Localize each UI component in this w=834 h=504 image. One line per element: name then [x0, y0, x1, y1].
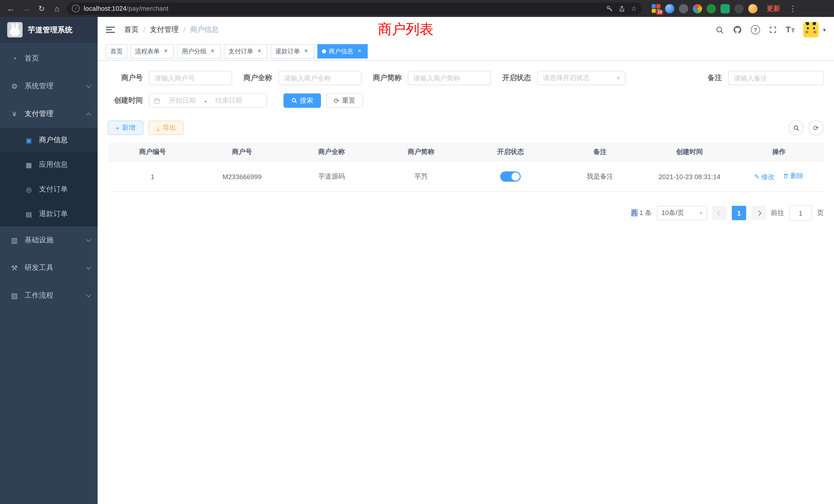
- cell-full-name: 芋道源码: [287, 161, 376, 192]
- help-icon[interactable]: ?: [751, 25, 760, 35]
- extension-green-square-icon[interactable]: [721, 4, 730, 13]
- search-button[interactable]: 搜索: [284, 93, 321, 108]
- full-name-input[interactable]: [278, 71, 361, 85]
- close-icon[interactable]: ×: [303, 48, 310, 55]
- password-key-icon[interactable]: [606, 5, 613, 12]
- tab-pay-order[interactable]: 支付订单 ×: [224, 44, 267, 59]
- status-toggle[interactable]: [500, 171, 521, 182]
- grid-icon: ▦: [25, 161, 33, 168]
- breadcrumb-current: 商户信息: [190, 25, 219, 35]
- reset-button[interactable]: ⟳ 重置: [326, 93, 363, 108]
- plus-icon: +: [115, 124, 119, 132]
- status-select[interactable]: 请选择开启状态 ▾: [537, 71, 626, 85]
- extension-green-icon[interactable]: [707, 4, 716, 13]
- page-size-select[interactable]: 10条/页 ▾: [657, 206, 707, 220]
- start-date-placeholder[interactable]: 开始日期: [163, 96, 201, 105]
- sidebar-toggle-icon[interactable]: [106, 25, 116, 35]
- reset-button-label: 重置: [342, 96, 355, 105]
- refresh-table-button[interactable]: ⟳: [808, 120, 824, 136]
- close-icon[interactable]: ×: [356, 48, 363, 55]
- end-date-placeholder[interactable]: 结束日期: [210, 96, 248, 105]
- close-icon[interactable]: ×: [162, 48, 170, 55]
- export-button[interactable]: ↓ 导出: [148, 121, 183, 135]
- page-number-button[interactable]: 1: [732, 206, 746, 220]
- cell-status: [466, 161, 555, 192]
- extension-blue-icon[interactable]: [665, 4, 674, 13]
- total-count: 1: [639, 209, 643, 216]
- chevron-down-icon: [86, 265, 91, 270]
- sidebar-item-home[interactable]: ◔ 首页: [0, 45, 97, 72]
- tab-user-group[interactable]: 用户分组 ×: [177, 44, 221, 59]
- extension-gray-icon[interactable]: [679, 4, 688, 13]
- extensions-icon[interactable]: 10: [651, 4, 660, 13]
- sidebar-item-refund-order[interactable]: ▤ 退款订单: [0, 202, 97, 226]
- extension-dark-icon[interactable]: [734, 4, 744, 13]
- browser-reload-icon[interactable]: ↻: [36, 0, 47, 17]
- tab-merchant-info[interactable]: 商户信息 ×: [317, 44, 368, 59]
- search-icon[interactable]: [716, 25, 724, 34]
- browser-home-icon[interactable]: ⌂: [51, 0, 63, 17]
- breadcrumb-payment[interactable]: 支付管理: [150, 25, 179, 35]
- col-merchant-no: 商户号: [197, 143, 287, 161]
- sidebar-item-workflow[interactable]: ▧ 工作流程: [0, 282, 97, 310]
- browser-update-button[interactable]: 更新: [767, 4, 780, 13]
- sidebar-item-pay-order[interactable]: ◎ 支付订单: [0, 177, 97, 202]
- sidebar-item-merchant-info[interactable]: ▣ 商户信息: [0, 128, 97, 153]
- col-remark: 备注: [555, 143, 645, 161]
- goto-page-input[interactable]: [789, 205, 812, 221]
- tab-home[interactable]: 首页: [106, 44, 127, 59]
- sidebar-item-app-info[interactable]: ▦ 应用信息: [0, 153, 97, 177]
- browser-forward-icon[interactable]: →: [21, 0, 32, 17]
- browser-menu-icon[interactable]: ⋮: [787, 0, 798, 17]
- filter-row-1: 商户号 商户全称 商户简称 开启状态 请选择开启状态: [108, 71, 824, 85]
- sidebar-item-dev-tools[interactable]: ⚒ 研发工具: [0, 254, 97, 282]
- extension-multicolor-icon[interactable]: [693, 4, 702, 13]
- sidebar-item-label: 基础设施: [25, 235, 81, 245]
- tab-refund-order[interactable]: 退款订单 ×: [271, 44, 314, 59]
- table-row: 1 M233666999 芋道源码 芋艿 我是备注 2021-10-23 08:…: [108, 161, 824, 192]
- next-page-button[interactable]: [751, 206, 766, 220]
- bookmark-star-icon[interactable]: ☆: [631, 5, 637, 12]
- browser-back-icon[interactable]: ←: [5, 0, 17, 17]
- trash-icon: [783, 173, 789, 179]
- sidebar-item-infrastructure[interactable]: ▥ 基础设施: [0, 226, 97, 254]
- toggle-search-button[interactable]: [788, 120, 804, 136]
- search-button-label: 搜索: [300, 96, 313, 105]
- download-icon: ↓: [156, 125, 160, 131]
- tab-process-form[interactable]: 流程表单 ×: [130, 44, 174, 59]
- sidebar-item-system[interactable]: ⚙ 系统管理: [0, 72, 97, 100]
- share-icon[interactable]: [619, 5, 626, 12]
- short-name-label: 商户简称: [373, 73, 401, 83]
- edit-link[interactable]: ✎ 修改: [754, 173, 775, 182]
- address-bar[interactable]: i localhost:1024/pay/merchant ☆: [67, 2, 642, 15]
- sidebar-item-payment[interactable]: ¥ 支付管理: [0, 100, 97, 128]
- merchant-no-label: 商户号: [108, 73, 143, 83]
- page-annotation: 商户列表: [378, 20, 434, 39]
- add-button[interactable]: + 新增: [108, 121, 143, 135]
- close-icon[interactable]: ×: [209, 48, 216, 55]
- remark-input[interactable]: [728, 71, 824, 85]
- font-size-icon[interactable]: TT: [786, 25, 795, 35]
- short-name-input[interactable]: [408, 71, 491, 85]
- date-separator: -: [204, 97, 207, 105]
- fullscreen-icon[interactable]: [769, 26, 777, 34]
- chevron-left-icon: [717, 210, 722, 215]
- browser-profile-avatar[interactable]: [748, 4, 758, 13]
- add-button-label: 新增: [122, 123, 135, 132]
- chevron-down-icon: ▾: [700, 210, 703, 216]
- create-time-range-picker[interactable]: 开始日期 - 结束日期: [149, 93, 267, 108]
- site-info-icon[interactable]: i: [72, 5, 80, 12]
- merchant-table: 商户编号 商户号 商户全称 商户简称 开启状态 备注 创建时间 操作 1: [108, 143, 824, 192]
- prev-page-button[interactable]: [712, 206, 727, 220]
- avatar-caret-icon[interactable]: ▾: [823, 26, 826, 33]
- merchant-no-input[interactable]: [149, 71, 232, 85]
- workflow-icon: ▧: [10, 292, 19, 300]
- user-avatar[interactable]: [804, 22, 819, 38]
- sidebar-item-label: 系统管理: [25, 82, 81, 91]
- github-icon[interactable]: [733, 25, 742, 35]
- delete-link[interactable]: 删除: [783, 172, 804, 181]
- chevron-down-icon: [86, 83, 91, 88]
- breadcrumb-home[interactable]: 首页: [124, 25, 139, 35]
- close-icon[interactable]: ×: [256, 48, 263, 55]
- app-logo[interactable]: 芋道管理系统: [0, 17, 97, 43]
